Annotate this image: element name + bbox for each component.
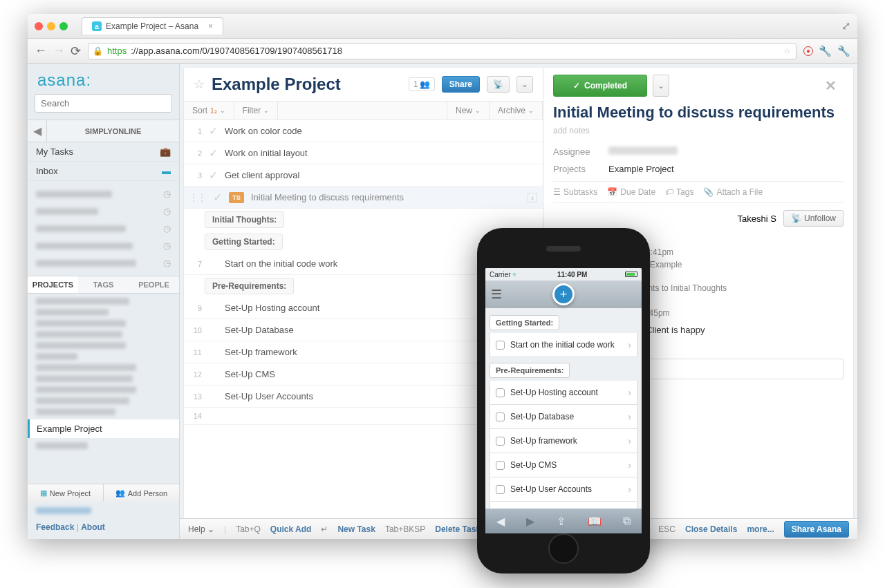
minimize-window-icon[interactable]: [47, 22, 55, 30]
tabs-icon[interactable]: ⧉: [623, 515, 631, 527]
iphone-task-row[interactable]: Set-Up Database›: [490, 405, 637, 429]
check-icon[interactable]: ✓: [209, 146, 218, 160]
add-notes[interactable]: add notes: [553, 126, 844, 135]
section-label[interactable]: Pre-Requirements:: [205, 278, 294, 294]
task-row[interactable]: 3✓Get client approval: [184, 164, 543, 187]
complete-button[interactable]: ✓Completed: [553, 75, 647, 97]
attach-action[interactable]: 📎 Attach a File: [703, 187, 763, 197]
assignee-label: Assignee: [553, 146, 608, 157]
back-icon[interactable]: ←: [35, 44, 47, 59]
reload-icon[interactable]: ⟳: [71, 44, 81, 59]
share-button[interactable]: Share: [442, 76, 480, 93]
iphone-task-row[interactable]: Set-Up framework›: [490, 429, 637, 453]
task-title[interactable]: Initial Meeting to discuss requirements: [553, 104, 844, 122]
star-icon[interactable]: ☆: [783, 46, 792, 56]
close-window-icon[interactable]: [35, 22, 43, 30]
home-button-icon[interactable]: [557, 545, 570, 558]
section-label[interactable]: Getting Started:: [205, 234, 283, 250]
subtasks-action[interactable]: ☰ Subtasks: [553, 187, 597, 197]
collapse-icon[interactable]: ‹: [528, 193, 537, 202]
check-icon[interactable]: ✓: [209, 169, 218, 182]
back-icon[interactable]: ◀: [496, 515, 505, 528]
iphone-task-row[interactable]: ›: [490, 502, 637, 509]
task-row[interactable]: 1✓Work on color code: [184, 120, 543, 142]
maximize-window-icon[interactable]: [59, 22, 68, 30]
project-menu-button[interactable]: ⌄: [516, 76, 533, 93]
hamburger-icon[interactable]: ☰: [491, 287, 502, 302]
follower-count[interactable]: 1👥: [409, 77, 435, 91]
iphone-section: Getting Started:: [490, 315, 559, 330]
task-row-selected[interactable]: ⋮⋮ ✓ TS Initial Meeting to discuss requi…: [184, 187, 543, 209]
checkbox-icon[interactable]: [496, 485, 505, 494]
new-task-link[interactable]: New Task: [337, 524, 375, 534]
task-toolbar: Sort 1₂⌄ Filter ⌄ New ⌄ Archive ⌄: [184, 101, 543, 120]
checkbox-icon[interactable]: [496, 341, 505, 350]
tab-tags[interactable]: TAGS: [78, 276, 129, 293]
section-label[interactable]: Initial Thoughts:: [205, 211, 284, 228]
chevron-right-icon: ›: [628, 339, 631, 350]
more-link[interactable]: more...: [747, 524, 774, 534]
add-task-button[interactable]: +: [552, 283, 575, 305]
task-actions: ☰ Subtasks 📅 Due Date 🏷 Tags 📎 Attach a …: [553, 181, 844, 203]
expand-icon[interactable]: ⤢: [841, 19, 850, 32]
close-tab-icon[interactable]: ×: [208, 21, 213, 31]
user-link[interactable]: [28, 502, 179, 520]
sidebar-inbox[interactable]: Inbox▬: [28, 162, 179, 181]
add-person-button[interactable]: 👥Add Person: [104, 484, 179, 502]
spanner-icon[interactable]: 🔧: [837, 45, 850, 57]
new-project-button[interactable]: ▦New Project: [28, 484, 104, 502]
drag-handle-icon[interactable]: ⋮⋮: [189, 193, 206, 202]
archive-button[interactable]: Archive ⌄: [489, 102, 543, 120]
close-details-link[interactable]: Close Details: [685, 524, 737, 534]
filter-button[interactable]: Filter ⌄: [234, 102, 279, 120]
about-link[interactable]: About: [81, 522, 105, 532]
workspace-back-icon[interactable]: ◀: [28, 120, 47, 142]
assignee-avatar: TS: [229, 192, 244, 203]
check-icon[interactable]: ✓: [213, 191, 222, 204]
chevron-right-icon: ›: [628, 411, 631, 422]
wrench-icon[interactable]: 🔧: [819, 45, 832, 57]
iphone-task-row[interactable]: Set-Up Hosting account›: [490, 381, 637, 405]
sidebar-my-tasks[interactable]: My Tasks💼: [28, 142, 179, 162]
check-icon[interactable]: ✓: [209, 124, 218, 137]
due-date-action[interactable]: 📅 Due Date: [607, 187, 655, 197]
checkbox-icon[interactable]: [496, 412, 505, 421]
close-detail-button[interactable]: ✕: [818, 75, 844, 97]
search-input[interactable]: [35, 94, 172, 113]
share-asana-button[interactable]: Share Asana: [784, 521, 849, 538]
check-icon: ✓: [573, 81, 580, 91]
checkbox-icon[interactable]: [496, 388, 505, 397]
iphone-task-row[interactable]: Set-Up User Accounts›: [490, 477, 637, 502]
address-bar[interactable]: 🔒 https://app.asana.com/0/1907408561709/…: [88, 43, 796, 59]
extension-icon[interactable]: ●: [803, 46, 813, 56]
tab-people[interactable]: PEOPLE: [129, 276, 179, 293]
sidebar-tabs: PROJECTS TAGS PEOPLE: [28, 276, 179, 294]
feedback-link[interactable]: Feedback: [36, 522, 74, 532]
iphone-task-row[interactable]: Start on the initial code work›: [490, 333, 637, 357]
workspace-name[interactable]: SIMPLYONLINE: [47, 123, 179, 140]
favorite-star-icon[interactable]: ☆: [194, 77, 205, 92]
task-row[interactable]: 2✓Work on initial layout: [184, 142, 543, 164]
unfollow-button[interactable]: 📡Unfollow: [783, 210, 844, 227]
rss-icon: 📡: [493, 79, 503, 89]
sort-button[interactable]: Sort 1₂⌄: [184, 102, 234, 120]
tab-projects[interactable]: PROJECTS: [28, 276, 78, 293]
new-button[interactable]: New ⌄: [447, 102, 489, 120]
sidebar-recent-list: ◷ ◷ ◷ ◷ ◷: [28, 181, 179, 276]
asana-logo: asana:: [28, 64, 179, 94]
help-button[interactable]: Help ⌄: [188, 524, 214, 534]
sidebar-project-active[interactable]: Example Project: [28, 419, 179, 438]
browser-tab[interactable]: a Example Project – Asana ×: [82, 17, 223, 35]
checkbox-icon[interactable]: [496, 461, 505, 470]
checkbox-icon[interactable]: [496, 437, 505, 446]
tags-action[interactable]: 🏷 Tags: [665, 187, 693, 197]
iphone-task-row[interactable]: Set-Up CMS›: [490, 453, 637, 477]
projects-value[interactable]: Example Project: [608, 164, 674, 174]
delete-task-link[interactable]: Delete Task: [435, 524, 481, 534]
assignee-value[interactable]: [608, 146, 678, 155]
complete-menu-button[interactable]: ⌄: [653, 75, 669, 97]
rss-button[interactable]: 📡: [487, 76, 510, 93]
bookmarks-icon[interactable]: 📖: [588, 515, 602, 528]
share-icon[interactable]: ⇪: [557, 515, 566, 528]
quick-add-link[interactable]: Quick Add: [270, 524, 312, 534]
